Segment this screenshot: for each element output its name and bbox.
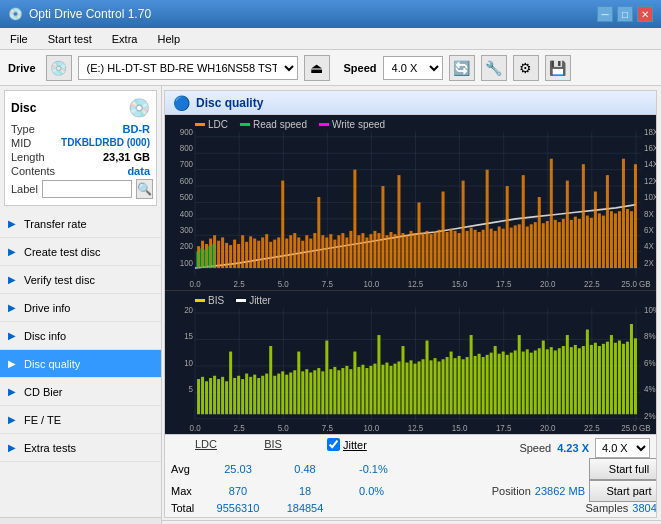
svg-rect-94	[373, 231, 376, 268]
svg-rect-144	[574, 217, 577, 268]
max-data: Max 870 18 0.0%	[171, 485, 439, 497]
svg-rect-227	[297, 351, 300, 414]
svg-text:2.5: 2.5	[234, 278, 245, 288]
start-part-button[interactable]: Start part	[589, 480, 657, 502]
svg-rect-106	[422, 233, 425, 268]
svg-rect-67	[265, 234, 268, 268]
app-title: Opti Drive Control 1.70	[29, 7, 151, 21]
menu-help[interactable]: Help	[151, 31, 186, 47]
menu-extra[interactable]: Extra	[106, 31, 144, 47]
nav-label-create-test-disc: Create test disc	[24, 246, 100, 258]
svg-text:10: 10	[184, 357, 193, 367]
disc-contents-label: Contents	[11, 165, 55, 177]
sidebar-item-create-test-disc[interactable]: ▶ Create test disc	[0, 238, 161, 266]
svg-rect-217	[257, 378, 260, 414]
legend-read: Read speed	[240, 119, 307, 130]
svg-rect-112	[446, 232, 449, 268]
svg-rect-122	[486, 170, 489, 268]
close-button[interactable]: ✕	[637, 6, 653, 22]
disc-contents-row: Contents data	[11, 165, 150, 177]
disc-quality-title: Disc quality	[196, 96, 263, 110]
svg-rect-270	[470, 335, 473, 414]
svg-rect-150	[598, 213, 601, 268]
save-button[interactable]: 💾	[545, 55, 571, 81]
disc-label-button[interactable]: 🔍	[136, 179, 153, 199]
svg-rect-226	[293, 370, 296, 414]
lower-chart: BIS Jitter	[165, 291, 656, 434]
jitter-checkbox[interactable]	[327, 438, 340, 451]
lower-chart-legend: BIS Jitter	[195, 295, 271, 306]
svg-text:300: 300	[180, 225, 194, 235]
sidebar-item-drive-info[interactable]: ▶ Drive info	[0, 294, 161, 322]
svg-rect-239	[345, 366, 348, 414]
svg-text:15: 15	[184, 331, 193, 341]
avg-bis: 0.48	[275, 463, 335, 475]
svg-text:400: 400	[180, 208, 194, 218]
svg-rect-215	[249, 377, 252, 414]
speed-dropdown[interactable]: 4.0 X	[595, 438, 650, 458]
svg-rect-84	[333, 240, 336, 268]
speed-select[interactable]: 4.0 X	[383, 56, 443, 80]
svg-rect-257	[418, 361, 421, 414]
svg-text:0.0: 0.0	[189, 278, 200, 288]
legend-bis: BIS	[195, 295, 224, 306]
svg-rect-240	[349, 369, 352, 414]
avg-data: Avg 25.03 0.48 -0.1%	[171, 463, 439, 475]
svg-rect-96	[381, 186, 384, 268]
svg-rect-248	[381, 365, 384, 415]
svg-rect-271	[474, 356, 477, 414]
settings-button2[interactable]: ⚙	[513, 55, 539, 81]
sidebar-item-cd-bier[interactable]: ▶ CD Bier	[0, 378, 161, 406]
disc-panel-title: Disc	[11, 101, 36, 115]
status-window-button[interactable]: Status window >>	[0, 518, 161, 524]
legend-bis-dot	[195, 299, 205, 302]
svg-rect-58	[229, 245, 232, 268]
drive-icon-button[interactable]: 💿	[46, 55, 72, 81]
svg-rect-162	[204, 249, 207, 268]
svg-text:8%: 8%	[644, 331, 656, 341]
start-full-button[interactable]: Start full	[589, 458, 657, 480]
svg-rect-273	[482, 357, 485, 414]
sidebar-item-extra-tests[interactable]: ▶ Extra tests	[0, 434, 161, 462]
svg-rect-308	[622, 344, 625, 414]
svg-rect-207	[217, 379, 220, 414]
sidebar-item-fe-te[interactable]: ▶ FE / TE	[0, 406, 161, 434]
disc-panel: Disc 💿 Type BD-R MID TDKBLDRBD (000) Len…	[4, 90, 157, 206]
svg-text:10X: 10X	[644, 192, 656, 202]
svg-rect-224	[285, 375, 288, 415]
maximize-button[interactable]: □	[617, 6, 633, 22]
settings-button1[interactable]: 🔧	[481, 55, 507, 81]
position-value: 23862 MB	[535, 485, 585, 497]
svg-rect-293	[562, 346, 565, 414]
jitter-checkbox-row: Jitter	[327, 438, 407, 451]
sidebar-item-disc-quality[interactable]: ▶ Disc quality	[0, 350, 161, 378]
menu-start-test[interactable]: Start test	[42, 31, 98, 47]
svg-rect-156	[622, 159, 625, 268]
nav-arrow-extra-tests: ▶	[8, 442, 16, 453]
sidebar-item-verify-test-disc[interactable]: ▶ Verify test disc	[0, 266, 161, 294]
disc-contents-value: data	[127, 165, 150, 177]
stats-section: LDC BIS Jitter Speed 4.23 X 4.0 X	[165, 434, 656, 517]
svg-rect-149	[594, 192, 597, 269]
minimize-button[interactable]: ─	[597, 6, 613, 22]
svg-rect-56	[221, 237, 224, 268]
svg-rect-255	[409, 360, 412, 414]
disc-label-input[interactable]	[42, 180, 132, 198]
sidebar-item-transfer-rate[interactable]: ▶ Transfer rate	[0, 210, 161, 238]
position-row: Position 23862 MB Start part	[439, 480, 657, 502]
svg-rect-235	[329, 369, 332, 414]
svg-rect-307	[618, 340, 621, 414]
eject-button[interactable]: ⏏	[304, 55, 330, 81]
svg-rect-242	[357, 367, 360, 414]
svg-text:10%: 10%	[644, 305, 656, 315]
speed-label-stats: Speed	[519, 442, 551, 454]
svg-rect-62	[245, 242, 248, 268]
svg-rect-268	[462, 359, 465, 414]
refresh-button[interactable]: 🔄	[449, 55, 475, 81]
drive-select[interactable]: (E:) HL-DT-ST BD-RE WH16NS58 TST4	[78, 56, 298, 80]
svg-rect-155	[618, 211, 621, 268]
menu-file[interactable]: File	[4, 31, 34, 47]
disc-mid-label: MID	[11, 137, 31, 149]
sidebar-item-disc-info[interactable]: ▶ Disc info	[0, 322, 161, 350]
disc-type-row: Type BD-R	[11, 123, 150, 135]
